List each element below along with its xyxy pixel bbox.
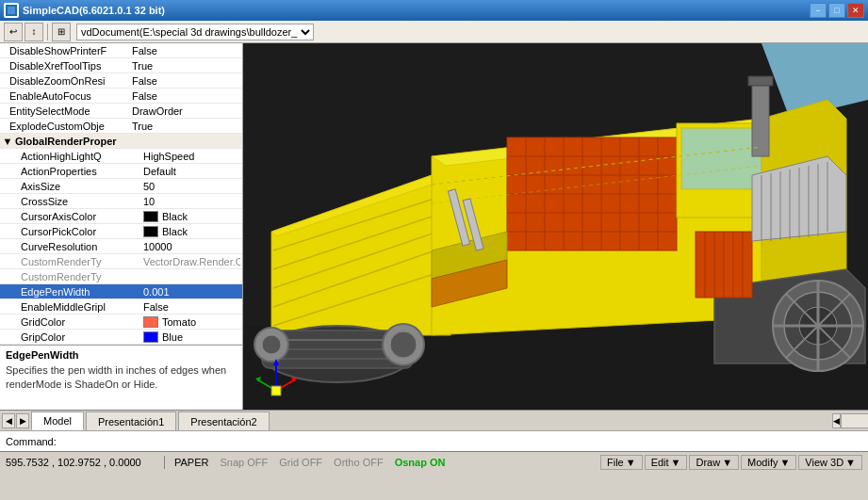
prop-value: True (128, 60, 240, 72)
snap-status[interactable]: Snap OFF (218, 457, 270, 468)
prop-name: CustomRenderTy (17, 256, 139, 267)
prop-name: CursorAxisColor (17, 211, 139, 222)
svg-marker-72 (273, 359, 279, 365)
ortho-status[interactable]: Ortho OFF (332, 457, 385, 468)
prop-row[interactable]: AxisSize50 (0, 179, 242, 194)
menu-edit[interactable]: Edit ▼ (645, 455, 688, 470)
section-toggle[interactable]: ▼ (2, 136, 13, 147)
menu-modify[interactable]: Modify ▼ (741, 455, 796, 470)
menu-arrow-icon: ▼ (671, 457, 681, 468)
prop-value: 0.001 (139, 286, 240, 298)
prop-value: Default (139, 166, 240, 177)
tab-presentación1[interactable]: Presentación1 (86, 411, 176, 430)
prop-name: GlobalRenderProper (13, 136, 136, 147)
prop-value: 10 (139, 196, 240, 207)
toolbar-btn-2[interactable]: ↕ (25, 23, 43, 41)
document-dropdown[interactable]: vdDocument(E:\special 3d drawings\bulldo… (76, 24, 314, 40)
color-swatch (143, 331, 158, 343)
paper-status: PAPER (172, 457, 210, 468)
prop-name: DisableXrefToolTips (6, 60, 128, 72)
prop-name: ExplodeCustomObje (6, 121, 128, 132)
prop-row[interactable]: EdgePenWidth0.001 (0, 284, 242, 299)
prop-row[interactable]: CustomRenderTy (0, 269, 242, 284)
svg-point-39 (390, 331, 417, 358)
prop-row[interactable]: EnableAutoFocusFalse (0, 89, 242, 104)
svg-rect-1 (8, 7, 15, 14)
menu-arrow-icon: ▼ (779, 457, 790, 468)
prop-name: ActionHighLightQ (17, 151, 139, 162)
prop-value: Blue (139, 331, 240, 343)
prop-row[interactable]: DisableXrefToolTipsTrue (0, 58, 242, 73)
window-controls: − □ ✕ (810, 3, 864, 18)
horizontal-scrollbar[interactable] (841, 413, 868, 428)
color-swatch (143, 316, 158, 328)
left-panel: DisableShowPrinterFFalseDisableXrefToolT… (0, 43, 243, 410)
prop-value: False (139, 301, 240, 313)
prop-row[interactable]: CurveResolution10000 (0, 239, 242, 254)
prop-name: CurveResolution (17, 241, 139, 252)
sep1 (164, 456, 165, 469)
prop-name: EntitySelectMode (6, 105, 128, 117)
svg-rect-31 (752, 81, 769, 156)
menu-view 3d[interactable]: View 3D ▼ (798, 455, 862, 470)
maximize-button[interactable]: □ (828, 3, 845, 18)
svg-rect-77 (271, 386, 281, 395)
status-menus: File ▼Edit ▼Draw ▼Modify ▼View 3D ▼ (600, 455, 862, 470)
prop-value: False (128, 45, 240, 56)
command-input[interactable] (60, 436, 862, 447)
minimize-button[interactable]: − (810, 3, 827, 18)
menu-arrow-icon: ▼ (845, 457, 856, 468)
canvas-area[interactable] (243, 43, 868, 410)
status-bar: 595.7532 , 102.9752 , 0.0000 PAPER Snap … (0, 451, 868, 472)
prop-row[interactable]: EnableMiddleGriplFalse (0, 299, 242, 315)
prop-row[interactable]: GripColorBlue (0, 330, 242, 345)
osnap-status[interactable]: Osnap ON (393, 457, 448, 468)
toolbar: ↩ ↕ ⊞ vdDocument(E:\special 3d drawings\… (0, 21, 868, 43)
desc-text: Specifies the pen width in inches of edg… (6, 363, 237, 393)
prop-name: DisableZoomOnResi (6, 75, 128, 87)
prop-row[interactable]: ExplodeCustomObjeTrue (0, 119, 242, 134)
toolbar-btn-3[interactable]: ⊞ (52, 23, 71, 41)
prop-value: VectorDraw.Render.Op (139, 256, 240, 267)
prop-row[interactable]: GridColorTomato (0, 315, 242, 330)
coords-display: 595.7532 , 102.9752 , 0.0000 (6, 457, 156, 468)
menu-draw[interactable]: Draw ▼ (689, 455, 739, 470)
prop-name: GripColor (17, 331, 139, 343)
prop-row[interactable]: CustomRenderTyVectorDraw.Render.Op (0, 254, 242, 269)
window-title: SimpleCAD(6.6021.0.1 32 bit) (23, 5, 165, 16)
prop-row[interactable]: ActionHighLightQHighSpeed (0, 149, 242, 164)
prop-row[interactable]: DisableZoomOnResiFalse (0, 73, 242, 89)
prop-value: Tomato (139, 316, 240, 328)
prop-value: False (128, 90, 240, 102)
tab-model[interactable]: Model (31, 411, 84, 430)
prop-name: ActionProperties (17, 166, 139, 177)
prop-name: DisableShowPrinterF (6, 45, 128, 56)
prop-value: Black (139, 211, 240, 222)
hscroll-left[interactable]: ◀ (832, 413, 841, 428)
prop-value: True (128, 121, 240, 132)
tab-presentación2[interactable]: Presentación2 (178, 411, 269, 430)
prop-row[interactable]: CrossSize10 (0, 194, 242, 209)
tab-scroll-right[interactable]: ▶ (16, 413, 29, 428)
menu-file[interactable]: File ▼ (600, 455, 643, 470)
prop-name: AxisSize (17, 181, 139, 192)
svg-point-41 (262, 335, 281, 354)
grid-status[interactable]: Grid OFF (277, 457, 324, 468)
close-button[interactable]: ✕ (847, 3, 864, 18)
prop-name: CrossSize (17, 196, 139, 207)
scene-svg (243, 43, 868, 410)
property-list: DisableShowPrinterFFalseDisableXrefToolT… (0, 43, 242, 345)
prop-name: EdgePenWidth (17, 286, 139, 298)
title-bar: SimpleCAD(6.6021.0.1 32 bit) − □ ✕ (0, 0, 868, 21)
prop-value: 50 (139, 181, 240, 192)
prop-row[interactable]: ActionPropertiesDefault (0, 164, 242, 179)
prop-row[interactable]: CursorAxisColorBlack (0, 209, 242, 224)
prop-name: CustomRenderTy (17, 271, 139, 282)
prop-row[interactable]: DisableShowPrinterFFalse (0, 43, 242, 58)
tab-scroll-left[interactable]: ◀ (2, 413, 15, 428)
toolbar-btn-1[interactable]: ↩ (4, 23, 23, 41)
tab-scroll-controls: ◀ ▶ (0, 413, 31, 428)
prop-row[interactable]: ▼GlobalRenderProper (0, 134, 242, 149)
prop-row[interactable]: CursorPickColorBlack (0, 224, 242, 239)
prop-row[interactable]: EntitySelectModeDrawOrder (0, 104, 242, 119)
